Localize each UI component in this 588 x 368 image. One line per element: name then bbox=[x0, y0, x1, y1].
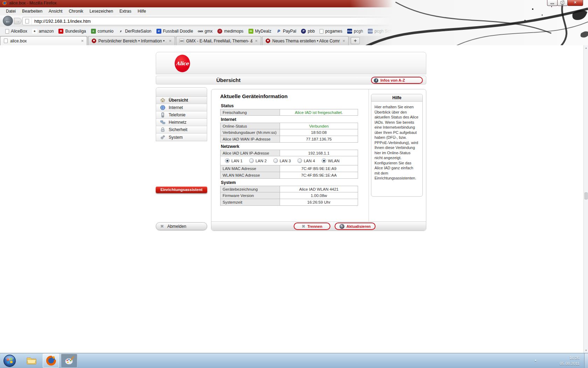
router-title-bar: Übersicht i Infos von A-Z bbox=[156, 76, 426, 84]
derrotesalon-icon: ✗ bbox=[118, 29, 123, 34]
url-text[interactable]: http://192.168.1.1/index.htm bbox=[32, 19, 91, 24]
scroll-up-icon[interactable]: ▲ bbox=[584, 45, 588, 50]
search-engine-selector[interactable]: ▾ bbox=[453, 19, 464, 23]
sidebar-item-telefonie[interactable]: Telefonie bbox=[156, 111, 207, 119]
menu-extras[interactable]: Extras bbox=[116, 7, 134, 15]
infos-von-a-z-button[interactable]: i Infos von A-Z bbox=[371, 77, 423, 84]
taskbar-firefox-button[interactable] bbox=[43, 354, 59, 368]
close-button[interactable]: × bbox=[567, 0, 583, 6]
bookmark-paypal[interactable]: PPayPal bbox=[274, 28, 298, 34]
led-indicator bbox=[273, 158, 278, 163]
chevron-down-icon: ▾ bbox=[461, 20, 462, 23]
menu-lesezeichen[interactable]: Lesezeichen bbox=[86, 7, 116, 15]
footer-strip: ✖ Trennen ↻ Aktualisieren bbox=[211, 222, 426, 231]
blogger-icon: B bbox=[415, 29, 420, 34]
taskbar-paint-button[interactable] bbox=[61, 354, 77, 368]
menu-hilfe[interactable]: Hilfe bbox=[134, 7, 149, 15]
bookmark-bundesliga[interactable]: BBundesliga bbox=[57, 28, 88, 34]
help-title: Hilfe bbox=[371, 94, 422, 102]
device-info-region: Aktuelle Geräteinformation Status Freisc… bbox=[211, 89, 369, 222]
search-bar[interactable]: ▾ Google bbox=[452, 17, 564, 25]
sidebar-item-heimnetz[interactable]: Heimnetz bbox=[156, 119, 207, 126]
einrichtungsassistent-button[interactable]: Einrichtungsassistent bbox=[156, 186, 207, 193]
bookmark-mydealz[interactable]: mMyDealz bbox=[247, 28, 273, 34]
search-icon[interactable] bbox=[557, 18, 564, 24]
new-tab-button[interactable]: + bbox=[351, 37, 360, 44]
pcgames-icon bbox=[320, 29, 323, 34]
bookmark-pbb[interactable]: Ppbb bbox=[299, 28, 316, 34]
navigation-toolbar: ← → http://192.168.1.1/index.htm ☆ ▾ ↻ ▾… bbox=[0, 15, 588, 27]
firefox-icon bbox=[2, 1, 7, 6]
forward-button[interactable]: → bbox=[14, 18, 22, 24]
bookmark-alicebox[interactable]: AliceBox bbox=[4, 28, 29, 34]
bookmark-gmx[interactable]: GMXgmx bbox=[196, 28, 215, 34]
google-icon bbox=[455, 19, 460, 23]
taskbar-explorer-button[interactable] bbox=[23, 354, 40, 368]
back-button[interactable]: ← bbox=[3, 16, 13, 26]
tab-alicebox[interactable]: alice.box × bbox=[0, 36, 87, 45]
menu-bearbeiten[interactable]: Bearbeiten bbox=[19, 7, 46, 15]
bookmark-star-button[interactable]: ☆ ▾ bbox=[427, 17, 439, 25]
tab-neues-thema[interactable]: Neues Thema erstellen • Alice Comm... × bbox=[262, 36, 349, 45]
comunio-icon: c bbox=[91, 29, 96, 34]
menu-ansicht[interactable]: Ansicht bbox=[46, 7, 65, 15]
menu-datei[interactable]: Datei bbox=[3, 7, 19, 15]
minimize-icon bbox=[551, 3, 554, 4]
sidebar-item-sicherheit[interactable]: Sicherheit bbox=[156, 126, 207, 134]
restore-button[interactable] bbox=[557, 0, 568, 6]
back-icon: ← bbox=[5, 18, 11, 24]
vertical-scrollbar[interactable]: ▲ ▼ bbox=[583, 45, 588, 353]
minimize-button[interactable] bbox=[547, 0, 558, 6]
home-icon bbox=[160, 97, 166, 103]
info-icon: i bbox=[374, 78, 378, 83]
sidebar-item-internet[interactable]: Internet bbox=[156, 104, 207, 111]
section-title: Internet bbox=[220, 116, 358, 123]
tab-close-icon[interactable]: × bbox=[168, 38, 172, 43]
taskbar-clock[interactable]: 16:26 05.08.2011 bbox=[560, 355, 580, 366]
reload-button[interactable]: ↻ bbox=[440, 17, 449, 25]
forward-icon: → bbox=[16, 19, 20, 23]
tab-close-icon[interactable]: × bbox=[80, 38, 84, 43]
scroll-down-icon[interactable]: ▼ bbox=[584, 348, 588, 353]
pbb-icon: P bbox=[301, 29, 306, 34]
bookmark-soenke-blog[interactable]: BSönke Blog bbox=[414, 28, 445, 34]
section-title: System bbox=[220, 179, 358, 186]
url-bar[interactable]: http://192.168.1.1/index.htm bbox=[22, 17, 424, 25]
section-title: Status bbox=[220, 102, 358, 109]
aktualisieren-button[interactable]: ↻ Aktualisieren bbox=[335, 223, 376, 230]
home-button[interactable]: ⌂ bbox=[568, 16, 580, 26]
sidebar-item-uebersicht[interactable]: Übersicht bbox=[156, 97, 207, 104]
menu-chronik[interactable]: Chronik bbox=[65, 7, 86, 15]
bookmark-pcgames[interactable]: pcgames bbox=[318, 28, 344, 34]
trennen-button[interactable]: ✖ Trennen bbox=[294, 223, 330, 230]
scrollbar-thumb[interactable] bbox=[584, 192, 588, 199]
start-button[interactable] bbox=[3, 354, 16, 367]
pcgh-icon: PCGH bbox=[347, 29, 352, 34]
tab-persoenlicher-bereich[interactable]: Persönlicher Bereich • Information • ...… bbox=[88, 36, 175, 45]
sidebar-item-system[interactable]: System bbox=[156, 134, 207, 141]
bookmark-derrotesalon[interactable]: ✗DerRoteSalon bbox=[117, 28, 153, 34]
table-row: Alice IAD LAN IP-Adresse 192.168.1.1 bbox=[220, 150, 358, 156]
abmelden-button[interactable]: ✖ Abmelden bbox=[156, 222, 207, 230]
reload-icon: ↻ bbox=[443, 18, 447, 24]
tab-close-icon[interactable]: × bbox=[342, 38, 345, 43]
tab-gmx[interactable]: GMX GMX - E-Mail, FreeMail, Themen- & ..… bbox=[176, 36, 261, 45]
bookmarks-toolbar: AliceBox aamazon BBundesliga ccomunio ✗D… bbox=[0, 27, 588, 36]
search-input[interactable]: Google bbox=[464, 19, 557, 24]
led-lan3: LAN 3 bbox=[273, 158, 291, 163]
bookmark-pcgh[interactable]: PCGHpcgh bbox=[345, 28, 365, 34]
restore-icon bbox=[561, 1, 564, 4]
bookmark-comunio[interactable]: ccomunio bbox=[89, 28, 115, 34]
led-lan2: LAN 2 bbox=[249, 158, 267, 163]
url-favicon-box bbox=[23, 17, 32, 25]
fussball-doodle-icon: d bbox=[156, 29, 161, 34]
bookmark-fussball-doodle[interactable]: dFussball Doodle bbox=[155, 28, 195, 34]
bookmark-medimops[interactable]: ☺medimops bbox=[216, 28, 245, 34]
disconnect-icon: ✖ bbox=[302, 224, 305, 229]
show-desktop-button[interactable] bbox=[584, 353, 588, 368]
tab-close-icon[interactable]: × bbox=[254, 38, 258, 43]
help-text: Hier erhalten Sie einen Überblick über d… bbox=[371, 102, 422, 184]
tray-expand-icon[interactable]: ▲ bbox=[534, 359, 537, 362]
bookmark-amazon[interactable]: aamazon bbox=[30, 28, 56, 34]
bookmark-pcgh-schnaeppchen[interactable]: PCGHpcgh Schnäppchen bbox=[366, 28, 412, 34]
